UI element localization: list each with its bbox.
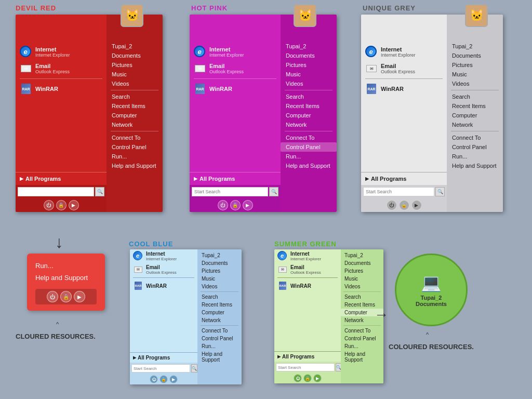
- arrow-btn-dr[interactable]: ▶: [69, 200, 79, 210]
- search-input-ug[interactable]: [363, 187, 434, 196]
- right-recent-ug[interactable]: Recent Items: [447, 101, 503, 111]
- power-btn-exp[interactable]: ⏻: [47, 291, 58, 302]
- right-run-dr[interactable]: Run...: [107, 152, 163, 161]
- pinned-email-ug[interactable]: ✉ Email Outlook Express: [361, 60, 447, 77]
- right-run-ug[interactable]: Run...: [447, 152, 503, 161]
- power-btn-ug[interactable]: ⏻: [387, 200, 397, 210]
- all-programs-ug[interactable]: ▶All Programs: [361, 172, 447, 185]
- right-controlpanel-hp[interactable]: Control Panel: [281, 142, 337, 152]
- pinned-internet-sg[interactable]: e Internet Internet Explorer: [274, 249, 341, 263]
- right-computer-ug[interactable]: Computer: [447, 111, 503, 120]
- right-pictures-sg[interactable]: Pictures: [341, 267, 383, 275]
- search-input-cb[interactable]: [131, 364, 190, 373]
- right-help-sg[interactable]: Help and Support: [341, 350, 383, 364]
- right-music-cb[interactable]: Music: [197, 275, 242, 283]
- right-connectto-ug[interactable]: Connect To: [447, 133, 503, 142]
- pinned-winrar-ug[interactable]: RAR WinRAR: [361, 81, 447, 97]
- pinned-email[interactable]: ✉ Email Outlook Express: [16, 60, 107, 77]
- right-search-dr[interactable]: Search: [107, 92, 163, 101]
- right-network-ug[interactable]: Network: [447, 120, 503, 129]
- right-tupai2-ug[interactable]: Tupai_2: [447, 42, 503, 51]
- lock-btn-sg[interactable]: 🔒: [303, 374, 312, 382]
- pinned-internet-hp[interactable]: e Internet Internet Explorer: [190, 44, 281, 60]
- right-videos-ug[interactable]: Videos: [447, 79, 503, 88]
- right-network-hp[interactable]: Network: [281, 120, 337, 129]
- right-run-sg[interactable]: Run...: [341, 342, 383, 350]
- right-documents-hp[interactable]: Documents: [281, 51, 337, 60]
- right-tupai2-hp[interactable]: Tupai_2: [281, 42, 337, 51]
- right-computer-cb[interactable]: Computer: [197, 309, 242, 316]
- right-documents-dr[interactable]: Documents: [107, 51, 163, 60]
- right-videos-hp[interactable]: Videos: [281, 79, 337, 88]
- pinned-internet-ug[interactable]: e Internet Internet Explorer: [361, 44, 447, 60]
- right-tupai2-sg[interactable]: Tupai_2: [341, 251, 383, 259]
- lock-btn-cb[interactable]: 🔒: [159, 375, 168, 383]
- right-music-hp[interactable]: Music: [281, 70, 337, 79]
- right-controlpanel-cb[interactable]: Control Panel: [197, 335, 242, 342]
- right-documents-sg[interactable]: Documents: [341, 259, 383, 267]
- right-search-sg[interactable]: Search: [341, 293, 383, 301]
- arrow-btn-cb[interactable]: ▶: [169, 375, 178, 383]
- right-help-cb[interactable]: Help and Support: [197, 350, 242, 364]
- right-pictures-dr[interactable]: Pictures: [107, 60, 163, 70]
- right-run-cb[interactable]: Run...: [197, 342, 242, 350]
- pinned-winrar-sg[interactable]: RAR WinRAR: [274, 279, 341, 292]
- right-pictures-cb[interactable]: Pictures: [197, 267, 242, 275]
- pinned-winrar[interactable]: RAR WinRAR: [16, 81, 107, 97]
- pinned-email-sg[interactable]: ✉ Email Outlook Express: [274, 263, 341, 276]
- right-controlpanel-ug[interactable]: Control Panel: [447, 142, 503, 152]
- right-tupai2-dr[interactable]: Tupai_2: [107, 42, 163, 51]
- power-btn-sg[interactable]: ⏻: [294, 374, 302, 382]
- search-btn-dr[interactable]: 🔍: [95, 187, 104, 196]
- right-computer-dr[interactable]: Computer: [107, 111, 163, 120]
- right-network-cb[interactable]: Network: [197, 316, 242, 324]
- arrow-btn-hp[interactable]: ▶: [243, 200, 253, 210]
- right-search-hp[interactable]: Search: [281, 92, 337, 101]
- right-recent-hp[interactable]: Recent Items: [281, 101, 337, 111]
- arrow-btn-exp[interactable]: ▶: [74, 291, 85, 302]
- lock-btn-exp[interactable]: 🔒: [60, 291, 72, 302]
- right-videos-sg[interactable]: Videos: [341, 283, 383, 290]
- lock-btn-ug[interactable]: 🔒: [399, 200, 409, 210]
- search-btn-ug[interactable]: 🔍: [435, 187, 445, 196]
- all-programs-sg[interactable]: ▶All Programs: [274, 351, 341, 362]
- power-btn-hp[interactable]: ⏻: [218, 200, 228, 210]
- pinned-internet[interactable]: e Internet Internet Explorer: [16, 44, 107, 60]
- right-documents-ug[interactable]: Documents: [447, 51, 503, 60]
- right-search-ug[interactable]: Search: [447, 92, 503, 101]
- search-btn-cb[interactable]: 🔍: [191, 364, 197, 373]
- right-music-ug[interactable]: Music: [447, 70, 503, 79]
- right-computer-hp[interactable]: Computer: [281, 111, 337, 120]
- right-documents-cb[interactable]: Documents: [197, 259, 242, 267]
- expanded-run[interactable]: Run...: [35, 260, 97, 272]
- right-connectto-cb[interactable]: Connect To: [197, 327, 242, 335]
- power-btn-dr[interactable]: ⏻: [44, 200, 54, 210]
- expanded-help[interactable]: Help and Support: [35, 272, 97, 284]
- arrow-btn-ug[interactable]: ▶: [411, 200, 422, 210]
- right-music-dr[interactable]: Music: [107, 70, 163, 79]
- right-connectto-dr[interactable]: Connect To: [107, 133, 163, 142]
- right-tupai2-cb[interactable]: Tupai_2: [197, 251, 242, 259]
- search-input-hp[interactable]: [192, 187, 268, 196]
- right-videos-dr[interactable]: Videos: [107, 79, 163, 88]
- search-input-sg[interactable]: [276, 363, 335, 371]
- power-btn-cb[interactable]: ⏻: [150, 375, 158, 383]
- right-pictures-ug[interactable]: Pictures: [447, 60, 503, 70]
- right-recent-cb[interactable]: Recent Items: [197, 301, 242, 309]
- search-input-dr[interactable]: [18, 187, 94, 196]
- right-controlpanel-sg[interactable]: Control Panel: [341, 335, 383, 342]
- right-connectto-hp[interactable]: Connect To: [281, 133, 337, 142]
- right-network-dr[interactable]: Network: [107, 120, 163, 129]
- all-programs-dr[interactable]: ▶ All Programs: [16, 172, 107, 185]
- lock-btn-hp[interactable]: 🔒: [230, 200, 241, 210]
- right-run-hp[interactable]: Run...: [281, 152, 337, 161]
- lock-btn-dr[interactable]: 🔒: [56, 200, 66, 210]
- right-search-cb[interactable]: Search: [197, 293, 242, 301]
- right-music-sg[interactable]: Music: [341, 275, 383, 283]
- search-btn-hp[interactable]: 🔍: [269, 187, 278, 196]
- pinned-email-hp[interactable]: ✉ Email Outlook Express: [190, 60, 281, 77]
- right-controlpanel-dr[interactable]: Control Panel: [107, 142, 163, 152]
- right-recent-dr[interactable]: Recent Items: [107, 101, 163, 111]
- pinned-internet-cb[interactable]: e Internet Internet Explorer: [130, 249, 197, 263]
- right-help-dr[interactable]: Help and Support: [107, 161, 163, 170]
